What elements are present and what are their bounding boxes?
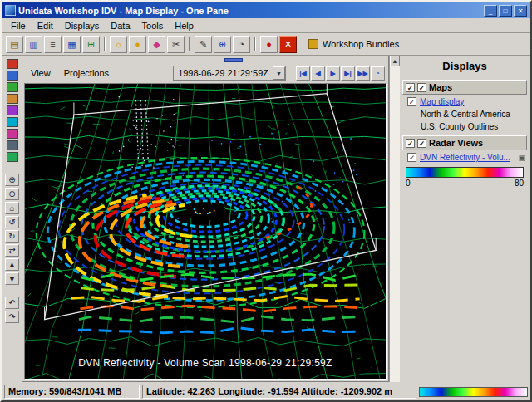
view-control-row: View Projections 1998-06-29 21:29:59Z ▼ … [22,64,388,82]
time-selector[interactable]: 1998-06-29 21:29:59Z ▼ [173,66,286,81]
radar-display-link[interactable]: DVN Reflectivity - Volu... [420,153,510,162]
undo-view-icon[interactable]: ↶ [5,297,19,309]
display-shortcut-icon[interactable] [7,105,18,115]
menubar: File Edit Displays Data Tools Help [2,18,530,33]
displays-panel-title: Displays [402,57,527,76]
visibility-checkbox[interactable]: ✓ [417,139,426,148]
colorbar-max-label: 80 [515,179,524,188]
redo-view-icon[interactable]: ↷ [5,311,19,323]
save-bundle-icon[interactable]: ▦ [63,36,81,53]
legend-row: ✓ Map display [402,95,527,107]
menu-edit[interactable]: Edit [32,19,59,32]
menu-file[interactable]: File [5,19,32,32]
radar-volume-render [25,84,386,379]
statusbar: Memory: 590/843/1041 MB Latitude: 42.263… [2,384,530,400]
export-display-icon[interactable]: ▥ [25,36,42,53]
app-icon [5,5,16,16]
display-shortcut-icon[interactable] [7,82,18,92]
legend-scrollbar[interactable]: ▲ [389,56,400,382]
left-toolbar: ⊕ ⊖ ⌂ ↺ ↻ ⇄ ▲ ▼ ↶ ↷ [2,56,22,382]
memory-status: Memory: 590/843/1041 MB [4,385,140,399]
display-shortcut-icon[interactable] [7,94,18,104]
grid-icon[interactable]: ⊞ [82,36,100,53]
legend-row: ✓ DVN Reflectivity - Volu... ▣ [402,150,527,163]
map-caption: DVN Reflectivity - Volume Scan 1998-06-2… [25,357,386,369]
folder-open-icon[interactable]: ▤ [6,36,23,53]
scroll-up-icon[interactable]: ▲ [390,56,400,66]
radar-views-section-label: Radar Views [429,138,483,148]
pan-down-icon[interactable]: ▼ [5,272,19,285]
close-display-icon[interactable]: ✕ [279,36,297,53]
minimize-button[interactable]: _ [484,5,497,17]
map-display-link[interactable]: Map display [420,97,464,106]
titlebar[interactable]: Unidata Workshop IDV - Map Display - One… [2,2,530,18]
toolbar-separator [189,37,190,51]
rotate-right-icon[interactable]: ↻ [5,230,19,243]
lightbulb-icon[interactable]: ● [129,36,146,53]
toolbar: ▤ ▥ ≡ ▦ ⊞ ☼ ● ◆ ✂ ✎ ⊕ ◔ ● ✕ Workshop Bun… [2,33,530,56]
anim-step-forward-button[interactable]: ▶| [341,66,355,81]
menu-tools[interactable]: Tools [136,19,170,32]
display-shortcut-icon[interactable] [7,140,18,150]
detach-icon[interactable]: ▣ [518,154,525,162]
anim-end-button[interactable]: ▶▶ [356,66,370,81]
anim-play-button[interactable]: ▶ [326,66,340,81]
cut-icon[interactable]: ✂ [167,36,185,53]
map-canvas[interactable]: DVN Reflectivity - Volume Scan 1998-06-2… [24,83,387,380]
zoom-out-icon[interactable]: ⊖ [5,188,19,200]
bundle-icon [308,39,318,49]
maps-section-label: Maps [429,82,452,92]
workshop-bundles[interactable]: Workshop Bundles [308,39,399,49]
maps-section-header[interactable]: ✓ ✓ Maps [402,80,527,95]
map-view-panel: View Projections 1998-06-29 21:29:59Z ▼ … [22,56,389,382]
record-icon[interactable]: ● [260,36,278,53]
toolbar-separator [254,37,256,51]
zoom-in-icon[interactable]: ⊕ [5,174,19,186]
add-data-icon[interactable]: ⊕ [214,36,231,53]
chevron-down-icon[interactable]: ▼ [273,66,285,80]
display-shortcut-icon[interactable] [7,152,18,162]
eraser-icon[interactable]: ◆ [148,36,165,53]
display-shortcut-icon[interactable] [7,71,18,81]
colorbar-labels: 0 80 [402,178,527,189]
visibility-checkbox[interactable]: ✓ [407,97,416,106]
tip-icon[interactable]: ☼ [110,36,127,53]
edit-icon[interactable]: ✎ [195,36,212,53]
section-toggle-checkbox[interactable]: ✓ [406,83,415,92]
status-colorbar [419,387,528,397]
display-shortcut-icon[interactable] [7,129,18,139]
visibility-checkbox[interactable]: ✓ [417,83,426,92]
display-shortcut-icon[interactable] [7,117,18,127]
menu-view[interactable]: View [26,67,56,79]
map-layer-item: U.S. County Outlines [402,120,527,132]
colorbar-min-label: 0 [406,179,411,188]
home-view-icon[interactable]: ⌂ [5,202,19,214]
close-button[interactable]: ✕ [514,5,527,17]
anim-properties-button[interactable]: ◔ [371,66,385,81]
radar-views-section-header[interactable]: ✓ ✓ Radar Views [402,135,527,150]
animation-progress-track [22,56,388,64]
menu-displays[interactable]: Displays [59,19,106,32]
menu-projections[interactable]: Projections [59,67,114,79]
position-status: Latitude: 42.263 Longitude: -91.594 Alti… [142,385,416,399]
display-shortcut-icon[interactable] [7,59,18,69]
visibility-checkbox[interactable]: ✓ [407,153,416,162]
menu-help[interactable]: Help [169,19,200,32]
clock-icon[interactable]: ◔ [233,36,250,53]
maximize-button[interactable]: □ [499,5,512,17]
rotate-left-icon[interactable]: ↺ [5,216,19,228]
pan-up-icon[interactable]: ▲ [5,258,19,271]
anim-begin-button[interactable]: |◀ [296,66,310,81]
anim-step-back-button[interactable]: ◀ [311,66,325,81]
animation-progress[interactable] [224,58,243,62]
workshop-bundles-label: Workshop Bundles [323,39,399,49]
time-value: 1998-06-29 21:29:59Z [178,68,268,78]
perspective-icon[interactable]: ⇄ [5,244,19,257]
print-icon[interactable]: ≡ [44,36,62,53]
reflectivity-colorbar[interactable] [406,167,524,178]
menu-data[interactable]: Data [105,19,135,32]
animation-controls: |◀ ◀ ▶ ▶| ▶▶ ◔ [296,66,385,81]
toolbar-separator [104,37,106,51]
map-layer-item: North & Central America [402,107,527,120]
section-toggle-checkbox[interactable]: ✓ [406,139,415,148]
